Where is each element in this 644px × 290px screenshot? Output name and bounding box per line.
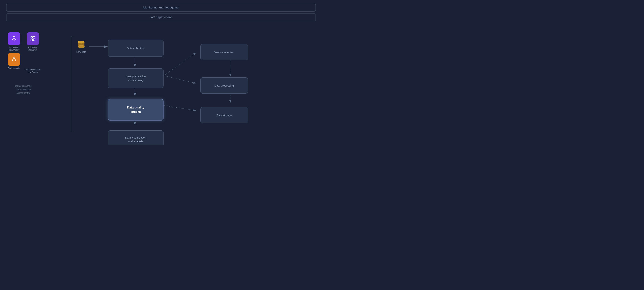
custom-solutions-item: Custom solutions:e.g. Deequ: [24, 53, 41, 74]
data-collection-box: Data collection: [108, 40, 164, 57]
data-processing-box: Data processing: [200, 77, 248, 94]
data-visualization-box: Data visualizationand analysis: [108, 130, 164, 145]
left-bracket: [71, 36, 74, 132]
aws-glue-databrew-item: AWS GlueDataBrew: [24, 32, 41, 51]
svg-line-15: [164, 53, 196, 76]
aws-glue-dq-item: AWS Glue(Data Quality): [6, 32, 22, 51]
automation-label: Data engineeringautomation andaccess con…: [6, 84, 41, 95]
svg-point-7: [78, 45, 84, 48]
data-storage-box: Data storage: [200, 107, 248, 123]
aws-glue-dq-icon: [8, 32, 20, 45]
aws-lambda-label: AWS Lambda: [8, 67, 20, 69]
svg-rect-2: [33, 37, 35, 38]
monitoring-banner: Monitoring and debugging: [6, 4, 316, 12]
raw-data: Raw data: [76, 40, 86, 53]
database-icon: [76, 40, 86, 50]
data-preparation-box: Data preparationand cleaning: [108, 68, 164, 88]
flowchart: Raw data: [43, 29, 316, 140]
aws-lambda-icon: [8, 53, 20, 66]
svg-rect-3: [31, 39, 32, 41]
raw-data-label: Raw data: [76, 51, 86, 53]
top-banners: Monitoring and debugging IaC deployment: [6, 4, 316, 21]
svg-rect-1: [31, 37, 32, 38]
aws-glue-databrew-icon: [26, 32, 39, 45]
aws-glue-databrew-label: AWS GlueDataBrew: [28, 46, 38, 51]
icon-grid: AWS Glue(Data Quality) AWS GlueDataBrew: [6, 32, 41, 74]
svg-line-17: [164, 105, 196, 110]
aws-glue-dq-label: AWS Glue(Data Quality): [8, 46, 20, 51]
custom-solutions-label: Custom solutions:e.g. Deequ: [25, 67, 40, 74]
left-panel: AWS Glue(Data Quality) AWS GlueDataBrew: [6, 32, 41, 95]
service-selection-box: Service selection: [200, 44, 248, 60]
data-quality-box: Data qualitychecks: [108, 99, 164, 121]
iac-banner: IaC deployment: [6, 13, 316, 21]
aws-lambda-item: AWS Lambda: [6, 53, 22, 74]
svg-line-16: [164, 76, 196, 84]
svg-point-0: [14, 40, 14, 41]
svg-point-8: [78, 41, 84, 43]
